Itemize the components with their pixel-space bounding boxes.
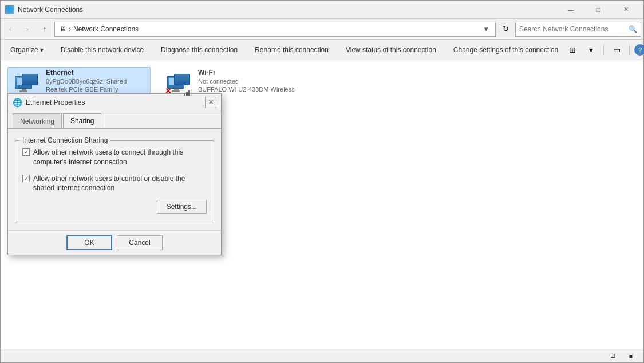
disable-label: Disable this network device [61,46,144,54]
breadcrumb-icon: 🖥 [60,25,66,33]
search-box: 🔍 [515,22,641,37]
maximize-button[interactable]: □ [585,1,611,19]
checkbox2-row: ✓ Allow other network users to control o… [22,174,207,194]
dialog-close-button[interactable]: ✕ [205,97,216,108]
ok-button[interactable]: OK [66,235,112,250]
checkbox1-row: ✓ Allow other network users to connect t… [22,148,207,167]
status-label: View status of this connection [346,46,436,54]
address-field: 🖥 › Network Connections ▾ [54,22,496,37]
organize-label: Organize [10,46,38,54]
tab-networking-label: Networking [20,117,54,125]
window-icon: 🌐 [5,5,14,14]
help-button[interactable]: ? [634,44,644,56]
up-button[interactable]: ↑ [37,22,52,37]
minimize-button[interactable]: — [558,1,584,19]
allow-control-label: Allow other network users to control or … [33,174,207,194]
dialog-content: Internet Connection Sharing ✓ Allow othe… [8,129,221,230]
tab-networking[interactable]: Networking [13,113,62,128]
preview-pane-button[interactable]: ▭ [609,42,625,58]
status-bar: ⊞ ≡ [1,349,643,362]
view-toggle-button[interactable]: ⊞ [564,42,580,58]
window-title: Network Connections [18,6,558,14]
group-label: Internet Connection Sharing [20,136,110,144]
address-bar: ‹ › ↑ 🖥 › Network Connections ▾ ↻ 🔍 [1,19,643,40]
ethernet-name: Ethernet [46,69,145,77]
toolbar-right: ⊞ ▾ ▭ ? [564,42,644,58]
settings-label: Change settings of this connection [453,46,558,54]
search-icon: 🔍 [629,25,637,33]
search-input[interactable] [519,25,626,33]
toolbar-divider-7 [629,44,630,56]
tab-sharing[interactable]: Sharing [63,113,101,128]
ics-settings-button[interactable]: Settings... [157,200,207,214]
title-bar: 🌐 Network Connections — □ ✕ [1,1,643,19]
allow-connect-label: Allow other network users to connect thr… [33,148,207,167]
breadcrumb: 🖥 › Network Connections [60,25,478,33]
diagnose-label: Diagnose this connection [161,46,238,54]
disable-device-button[interactable]: Disable this network device [56,42,149,58]
dialog-tabs: Networking Sharing [8,111,221,128]
change-settings-button[interactable]: Change settings of this connection [448,42,563,58]
address-dropdown-button[interactable]: ▾ [481,22,491,37]
ics-group-box: Internet Connection Sharing ✓ Allow othe… [15,140,214,223]
breadcrumb-path: Network Connections [73,25,139,33]
wifi-name: Wi-Fi [198,69,298,77]
tab-sharing-label: Sharing [70,117,94,125]
ethernet-status: 0yPgDo0B8yo6qz6z, Shared [46,78,145,85]
diagnose-button[interactable]: Diagnose this connection [156,42,243,58]
organize-button[interactable]: Organize ▾ [5,42,49,58]
dialog-title-icon: 🌐 [13,98,22,107]
breadcrumb-separator: › [69,25,71,33]
settings-btn-row: Settings... [22,200,207,214]
toolbar-divider-6 [603,44,604,56]
dialog-titlebar: 🌐 Ethernet Properties ✕ [8,94,221,111]
ethernet-properties-dialog: 🌐 Ethernet Properties ✕ Networking Shari… [7,93,222,255]
status-view-btn-1[interactable]: ⊞ [605,348,621,364]
dialog-footer: OK Cancel [8,230,221,255]
allow-control-checkbox[interactable]: ✓ [22,175,30,182]
forward-button[interactable]: › [20,22,35,37]
status-bar-right: ⊞ ≡ [605,348,639,364]
view-dropdown-button[interactable]: ▾ [583,42,599,58]
main-window: 🌐 Network Connections — □ ✕ ‹ › ↑ 🖥 › Ne… [0,0,644,363]
status-view-btn-2[interactable]: ≡ [623,348,639,364]
organize-arrow-icon: ▾ [40,46,44,54]
allow-connect-checkbox[interactable]: ✓ [22,148,30,156]
rename-button[interactable]: Rename this connection [250,42,334,58]
title-bar-buttons: — □ ✕ [558,1,639,19]
cancel-button[interactable]: Cancel [117,235,163,250]
ethernet-icon [13,73,40,96]
back-button[interactable]: ‹ [3,22,18,37]
refresh-button[interactable]: ↻ [498,22,513,37]
view-status-button[interactable]: View status of this connection [341,42,441,58]
dialog-title: Ethernet Properties [26,98,205,106]
wifi-status: Not connected [198,78,298,85]
toolbar: Organize ▾ Disable this network device D… [1,40,643,60]
wifi-icon: ✕ [165,73,192,96]
rename-label: Rename this connection [255,46,329,54]
close-button[interactable]: ✕ [613,1,639,19]
